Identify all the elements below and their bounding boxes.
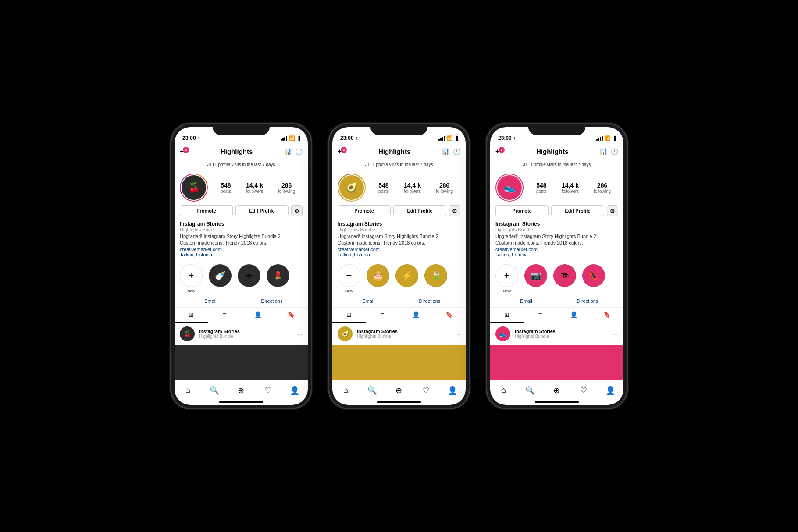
nav-home[interactable]: ⌂: [332, 386, 359, 395]
tab-tags[interactable]: 👤: [241, 308, 274, 323]
nav-profile[interactable]: 👤: [597, 386, 623, 395]
highlight-item-3[interactable]: 💄 MAKE-UP: [267, 264, 289, 293]
stats-icon[interactable]: 📊: [284, 148, 292, 155]
nav-home[interactable]: ⌂: [490, 386, 517, 395]
history-icon[interactable]: 🕐: [295, 148, 303, 155]
promote-button[interactable]: Promote: [338, 205, 391, 216]
tab-bookmarks[interactable]: 🔖: [432, 308, 466, 323]
nav-heart[interactable]: ♡: [254, 386, 281, 395]
stats-icon[interactable]: 📊: [600, 148, 607, 155]
highlight-label-3: MAKE-UP: [269, 289, 287, 293]
tab-grid[interactable]: ⊞: [490, 308, 524, 323]
signal-bar-3: [284, 137, 285, 141]
bottom-nav: ⌂ 🔍 ⊕ ♡ 👤: [332, 381, 466, 399]
followers-label: followers: [404, 189, 421, 194]
promote-button[interactable]: Promote: [495, 205, 549, 216]
highlight-circle-2[interactable]: ⚡: [395, 264, 418, 287]
bio-name: Instagram Stories: [338, 221, 460, 227]
highlight-item-2[interactable]: ✈ TRAVEL: [238, 264, 260, 293]
highlight-circle-1[interactable]: 🍼: [209, 264, 232, 287]
avatar: 🍒: [181, 174, 207, 201]
stats-icon[interactable]: 📊: [442, 148, 449, 155]
nav-add[interactable]: ⊕: [386, 386, 413, 395]
action-link-0[interactable]: Email: [180, 298, 241, 304]
avatar-wrap: 🍒: [180, 174, 208, 202]
nav-search[interactable]: 🔍: [201, 386, 228, 395]
status-icons: 📶 ▐: [281, 135, 300, 141]
highlight-circle-1[interactable]: 🎂: [367, 264, 389, 287]
action-link-1[interactable]: Directions: [399, 298, 460, 304]
post-options[interactable]: ···: [297, 330, 303, 337]
bio-link[interactable]: creativemarket.com: [495, 247, 618, 252]
avatar-ring: 🥑: [338, 174, 366, 202]
nav-add[interactable]: ⊕: [228, 386, 255, 395]
nav-profile[interactable]: 👤: [439, 386, 466, 395]
highlight-item-0[interactable]: + New: [180, 264, 203, 293]
highlight-circle-0[interactable]: +: [495, 264, 518, 287]
notch: [370, 124, 428, 135]
edit-profile-button[interactable]: Edit Profile: [235, 205, 289, 216]
nav-title: Highlights: [505, 148, 600, 155]
highlight-item-2[interactable]: ⚡ ENERGY: [395, 264, 418, 293]
edit-profile-button[interactable]: Edit Profile: [393, 205, 446, 216]
highlight-circle-2[interactable]: ✈: [238, 264, 260, 287]
history-icon[interactable]: 🕐: [453, 148, 460, 155]
highlight-item-0[interactable]: + New: [338, 264, 360, 293]
post-options[interactable]: ···: [613, 330, 618, 337]
action-link-1[interactable]: Directions: [241, 298, 303, 304]
highlight-circle-0[interactable]: +: [180, 264, 203, 287]
tab-bookmarks[interactable]: 🔖: [590, 308, 623, 323]
highlight-item-1[interactable]: 🎂 BDAY: [367, 264, 389, 293]
settings-button[interactable]: ⚙: [449, 205, 460, 216]
highlight-item-0[interactable]: + New: [495, 264, 518, 293]
signal-bar-1: [438, 139, 440, 141]
home-bar: [377, 401, 421, 403]
bio-section: Instagram Stories Highlights Bundle Upgr…: [175, 220, 308, 261]
tab-list[interactable]: ≡: [208, 308, 241, 323]
battery-icon: ▐: [297, 136, 300, 141]
settings-button[interactable]: ⚙: [291, 205, 303, 216]
tab-bookmarks[interactable]: 🔖: [274, 308, 308, 323]
highlight-item-2[interactable]: 🛍 SELFIE: [553, 264, 576, 293]
settings-button[interactable]: ⚙: [607, 205, 618, 216]
promote-button[interactable]: Promote: [180, 205, 233, 216]
bio-link[interactable]: creativemarket.com: [338, 247, 460, 252]
bio-link[interactable]: creativemarket.com: [180, 247, 303, 252]
nav-home[interactable]: ⌂: [175, 386, 201, 395]
tab-grid[interactable]: ⊞: [332, 308, 366, 323]
nav-add[interactable]: ⊕: [544, 386, 570, 395]
tab-list[interactable]: ≡: [366, 308, 399, 323]
signal-bar-1: [596, 139, 598, 141]
tab-tags[interactable]: 👤: [399, 308, 432, 323]
action-link-1[interactable]: Directions: [557, 298, 618, 304]
highlight-item-3[interactable]: 👠 FASHION: [582, 264, 605, 293]
nav-profile[interactable]: 👤: [281, 386, 308, 395]
highlight-item-1[interactable]: 📷 PHOTO: [524, 264, 547, 293]
highlight-item-1[interactable]: 🍼 BABY: [209, 264, 232, 293]
tab-list[interactable]: ≡: [524, 308, 557, 323]
highlight-circle-3[interactable]: 🍃: [424, 264, 447, 287]
edit-profile-button[interactable]: Edit Profile: [551, 205, 604, 216]
nav-heart[interactable]: ♡: [412, 386, 439, 395]
post-options[interactable]: ···: [455, 330, 460, 337]
signal-bar-2: [282, 138, 284, 141]
highlight-label-2: SELFIE: [558, 289, 571, 293]
tab-tags[interactable]: 👤: [557, 308, 590, 323]
nav-search[interactable]: 🔍: [517, 386, 544, 395]
nav-heart[interactable]: ♡: [570, 386, 597, 395]
followers-stat: 14,4 k followers: [562, 182, 579, 194]
tab-grid[interactable]: ⊞: [175, 308, 208, 323]
action-link-0[interactable]: Email: [338, 298, 399, 304]
action-link-0[interactable]: Email: [495, 298, 557, 304]
highlight-circle-3[interactable]: 💄: [267, 264, 289, 287]
highlight-item-3[interactable]: 🍃 LIFE: [424, 264, 447, 293]
action-links: Email Directions: [490, 297, 623, 308]
highlight-circle-0[interactable]: +: [338, 264, 360, 287]
highlight-circle-1[interactable]: 📷: [524, 264, 547, 287]
nav-search[interactable]: 🔍: [359, 386, 386, 395]
highlight-circle-2[interactable]: 🛍: [553, 264, 576, 287]
content-area: 3111 profile visits in the last 7 days 🥑…: [332, 160, 466, 381]
followers-stat: 14,4 k followers: [246, 182, 263, 194]
highlight-circle-3[interactable]: 👠: [582, 264, 605, 287]
history-icon[interactable]: 🕐: [611, 148, 618, 155]
